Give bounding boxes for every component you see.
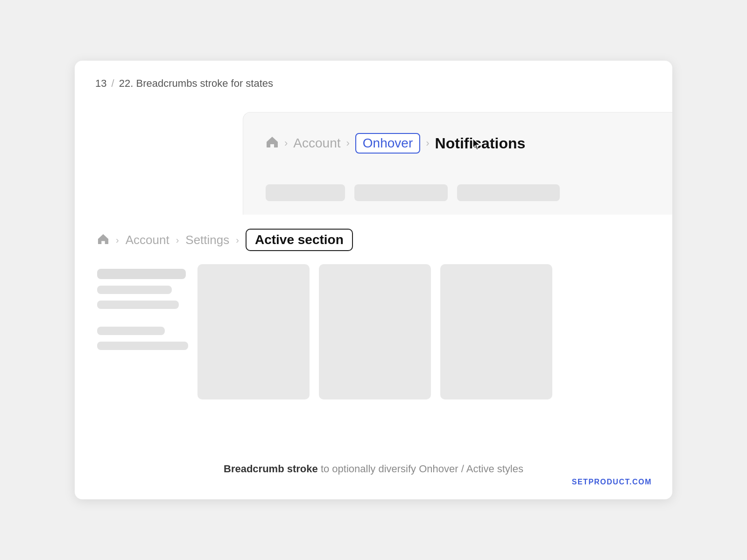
bc-settings[interactable]: Settings [185, 233, 229, 247]
skeleton-1 [266, 184, 345, 201]
page-info: 22. Breadcrumbs stroke for states [119, 77, 273, 89]
watermark: SETPRODUCT.COM [572, 478, 652, 486]
bc-account-bottom[interactable]: Account [126, 233, 169, 247]
sk-l5 [97, 342, 188, 350]
sk-l4 [97, 327, 165, 335]
sk-l3 [97, 301, 179, 309]
skeleton-3 [457, 184, 560, 201]
page-total: 22 [119, 77, 130, 89]
chevron-3-bottom: › [236, 235, 239, 245]
skeleton-row-top [243, 167, 672, 201]
sk-card-2 [319, 264, 431, 399]
sk-l1 [97, 269, 186, 279]
skeleton-cards-row [197, 264, 650, 399]
bc-notifications[interactable]: Notifications [435, 135, 526, 152]
chevron-2-bottom: › [176, 235, 179, 245]
breadcrumb-row-bottom: › Account › Settings › Active section [75, 215, 672, 251]
chevron-1-bottom: › [116, 235, 119, 245]
description: Breadcrumb stroke to optionally diversif… [75, 463, 672, 475]
skeleton-2 [354, 184, 448, 201]
home-icon-bottom[interactable] [97, 232, 109, 248]
page-label: Breadcrumbs stroke for states [136, 77, 273, 89]
bc-account-top[interactable]: Account [293, 136, 340, 151]
page-current: 13 [95, 77, 106, 89]
main-card: 13 / 22. Breadcrumbs stroke for states ›… [75, 61, 672, 499]
top-breadcrumb-panel: › Account › Onhover › Notifications [243, 112, 672, 224]
bottom-area: › Account › Settings › Active section [75, 215, 672, 443]
bc-active-section[interactable]: Active section [246, 229, 353, 251]
home-icon-top[interactable] [266, 135, 279, 151]
description-rest: to optionally diversify Onhover / Active… [318, 463, 523, 475]
breadcrumb-row-top: › Account › Onhover › Notifications [243, 112, 672, 154]
bc-onhover[interactable]: Onhover [355, 133, 420, 154]
chevron-3-top: › [426, 137, 429, 149]
page-counter: 13 / 22. Breadcrumbs stroke for states [95, 77, 273, 90]
description-bold: Breadcrumb stroke [224, 463, 318, 475]
sk-card-1 [197, 264, 310, 399]
sk-card-3 [440, 264, 552, 399]
chevron-1-top: › [284, 137, 288, 149]
skeleton-content-bottom [75, 251, 672, 399]
skeleton-left-col [97, 269, 188, 399]
sk-l2 [97, 286, 172, 294]
chevron-2-top: › [346, 137, 350, 149]
